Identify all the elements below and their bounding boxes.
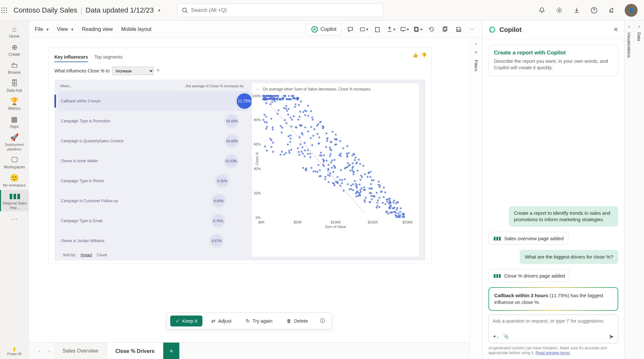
copy-icon[interactable]: ▾ <box>413 25 422 34</box>
svg-point-183 <box>350 188 352 190</box>
whats-new-icon[interactable] <box>607 6 616 14</box>
tab-top-segments[interactable]: Top segments <box>94 54 122 62</box>
nav-more-icon[interactable]: ⋯ <box>11 215 18 223</box>
menu-file[interactable]: File▾ <box>35 26 49 32</box>
nav-metrics[interactable]: 🏆Metrics <box>0 95 29 112</box>
chevron-left-icon[interactable]: ‹ <box>628 24 630 29</box>
svg-point-109 <box>270 103 271 105</box>
influencer-row[interactable]: Owner is Jordan Williams8.57% <box>58 231 248 251</box>
influencer-row[interactable]: Campaign is Customer Follow-up8.83% <box>58 191 248 211</box>
page-next-icon[interactable]: › <box>44 343 54 359</box>
scatter-plot[interactable]: Close % 0% 20% 40% 60% 80% 100% $0K $5 <box>258 94 413 220</box>
search-box[interactable] <box>177 4 383 17</box>
chevron-left-icon[interactable]: ‹ <box>638 24 640 29</box>
download-icon[interactable] <box>573 6 581 14</box>
svg-point-171 <box>283 107 285 109</box>
page-tab-sales-overview[interactable]: Sales Overview <box>54 343 107 359</box>
svg-point-36 <box>325 146 327 148</box>
page-tab-close-drivers[interactable]: Close % Drivers <box>107 343 163 359</box>
plus-circle-icon: ⊕ <box>0 43 29 52</box>
key-influencers-visual[interactable]: 👍 👎 Key influencers Top segments What in… <box>48 48 431 264</box>
nav-apps[interactable]: ▦Apps <box>0 113 29 130</box>
direction-select[interactable]: Increase <box>112 67 154 75</box>
close-icon[interactable]: ✕ <box>613 26 618 33</box>
comment-icon[interactable] <box>346 25 355 34</box>
svg-point-405 <box>397 201 399 203</box>
more-icon[interactable]: ⋯ <box>468 25 477 34</box>
influencer-row[interactable]: Owner is Anne Weiler10.33% <box>58 151 248 171</box>
copilot-pill[interactable]: Copilot <box>306 23 341 35</box>
copilot-textarea[interactable] <box>493 318 614 330</box>
visualizations-pane-collapsed[interactable]: ‹ Visualizations <box>624 21 634 359</box>
help-qmark-icon[interactable]: ? <box>156 68 159 73</box>
search-input[interactable] <box>191 7 378 13</box>
share-icon[interactable]: ▾ <box>386 25 395 34</box>
nav-home[interactable]: ⌂Home <box>0 23 29 40</box>
svg-point-151 <box>355 157 357 159</box>
sort-count[interactable]: Count <box>97 253 107 257</box>
svg-point-205 <box>294 106 296 108</box>
info-button[interactable]: ⓘ <box>317 315 328 326</box>
help-icon[interactable] <box>590 6 598 14</box>
svg-point-245 <box>329 172 331 174</box>
tab-key-influencers[interactable]: Key influencers <box>54 54 88 62</box>
influencer-row[interactable]: Campaign Type is Phone9.25% <box>58 171 248 191</box>
adjust-button[interactable]: ⇄Adjust <box>206 316 237 326</box>
sort-impact[interactable]: Impact <box>80 253 92 257</box>
thumbs-down-icon[interactable]: 👎 <box>421 52 427 58</box>
export-icon[interactable] <box>373 25 382 34</box>
settings-icon[interactable] <box>555 6 564 14</box>
svg-point-395 <box>386 199 388 201</box>
apps-icon: ▦ <box>0 115 29 124</box>
filters-pane-collapsed[interactable]: ‹ ▿ Filters <box>469 38 482 359</box>
menu-reading-view[interactable]: Reading view <box>82 26 113 32</box>
nav-datahub[interactable]: 🗄Data hub <box>0 77 29 94</box>
data-pane-collapsed[interactable]: ‹ Data <box>634 21 644 359</box>
copilot-input-box[interactable]: ✦₊ 📎 ➤ <box>488 315 618 343</box>
data-label: Data <box>637 32 641 41</box>
nav-my-workspace[interactable]: 🙂My workspace <box>0 172 29 189</box>
svg-point-467 <box>295 126 297 128</box>
refresh-icon[interactable] <box>427 25 436 34</box>
system-chip[interactable]: ▮▮▮Sales overview page added <box>488 232 568 245</box>
notifications-icon[interactable] <box>538 6 546 14</box>
influencer-row[interactable]: Campaign Type is Email8.76% <box>58 211 248 231</box>
menu-view[interactable]: View▾ <box>57 26 73 32</box>
delete-button[interactable]: 🗑Delete <box>281 316 313 326</box>
svg-point-285 <box>266 121 268 123</box>
influencer-row[interactable]: Callback within 3 hours11.75% <box>58 91 248 111</box>
save-icon[interactable] <box>454 25 463 34</box>
system-chip[interactable]: ▮▮▮Close % drivers page added <box>488 269 570 282</box>
sparkle-icon[interactable]: ✦₊ <box>493 334 499 339</box>
send-icon[interactable]: ➤ <box>609 333 614 340</box>
duplicate-icon[interactable] <box>440 25 450 34</box>
keep-it-button[interactable]: ✓Keep it <box>170 316 203 326</box>
chevron-left-icon[interactable]: ‹ <box>475 41 477 46</box>
svg-point-33 <box>281 151 283 153</box>
svg-point-131 <box>302 153 304 155</box>
left-nav: ⌂Home ⊕Create 🗀Browse 🗄Data hub 🏆Metrics… <box>0 21 29 359</box>
app-launcher-icon[interactable] <box>0 6 8 14</box>
thumbs-up-icon[interactable]: 👍 <box>412 52 418 58</box>
preview-terms-link[interactable]: Read preview terms <box>535 351 570 355</box>
svg-point-367 <box>315 171 317 173</box>
nav-create[interactable]: ⊕Create <box>0 41 29 58</box>
svg-point-55 <box>272 142 274 144</box>
nav-workspaces[interactable]: 🖵Workspaces <box>0 154 29 171</box>
teams-icon[interactable]: ▾ <box>359 25 368 34</box>
svg-rect-17 <box>401 27 405 31</box>
nav-deployment[interactable]: 🚀Deployment pipelines <box>0 131 29 153</box>
page-prev-icon[interactable]: ‹ <box>35 343 44 359</box>
present-icon[interactable]: ▾ <box>400 25 409 34</box>
chevron-down-icon[interactable]: ▾ <box>158 8 160 13</box>
attach-icon[interactable]: 📎 <box>503 334 509 339</box>
back-arrow-icon[interactable]: ← <box>256 87 260 91</box>
try-again-button[interactable]: ↻Try again <box>241 316 278 326</box>
influencer-row[interactable]: Campaign Type is Promotion10.43% <box>58 111 248 131</box>
menu-mobile-layout[interactable]: Mobile layout <box>121 26 151 32</box>
nav-browse[interactable]: 🗀Browse <box>0 59 29 76</box>
nav-regional-sales[interactable]: ▮▮▮Regional Sales Rep... <box>0 190 29 211</box>
user-avatar[interactable]: 👤 <box>625 4 638 17</box>
influencer-row[interactable]: Campaign is QuarterlySales Contest10.43% <box>58 131 248 151</box>
add-page-button[interactable]: ＋ <box>163 343 179 359</box>
